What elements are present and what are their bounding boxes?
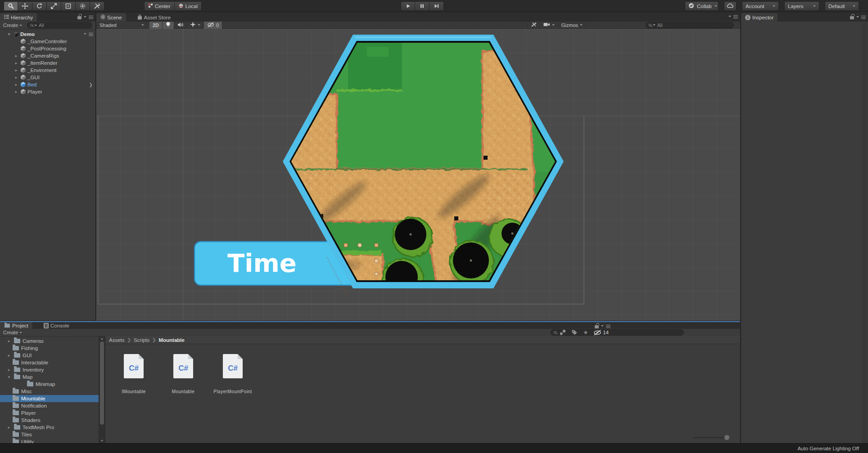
pane-caret-icon[interactable] [601,325,604,328]
folder-row-utility[interactable]: Utility [0,438,99,443]
file-imountable[interactable]: C# IMountable [110,354,158,394]
scene-tools-button[interactable] [527,22,540,29]
folder-row-fishing[interactable]: Fishing [0,345,99,352]
pause-button[interactable] [415,1,429,11]
hierarchy-item-bed[interactable]: Bed ❯ [0,81,95,88]
hierarchy-item-gui[interactable]: _GUI [0,74,95,81]
account-dropdown[interactable]: Account [742,1,779,11]
hierarchy-search-input[interactable]: All [27,22,92,28]
2d-toggle-button[interactable]: 2D [149,22,163,29]
scroll-up-icon[interactable]: ▲ [99,337,105,340]
expand-arrow-icon[interactable] [6,375,12,379]
hierarchy-item-gamecontroller[interactable]: _GameController [0,38,95,45]
project-create-button[interactable]: Create [2,330,23,335]
folder-row-map[interactable]: Map [0,373,99,381]
lighting-toggle-button[interactable] [163,22,174,29]
folder-row-mountable[interactable]: Mountable [0,395,99,402]
folder-row-minimap[interactable]: Minimap [0,381,99,388]
effects-dropdown-button[interactable] [187,22,204,29]
scene-caret-icon[interactable] [84,33,86,36]
lock-icon[interactable] [850,16,854,19]
view-zoom-tool-button[interactable] [4,1,18,11]
expand-arrow-icon[interactable] [14,54,19,58]
folder-row-cameras[interactable]: Cameras [0,337,99,345]
collab-dropdown[interactable]: Collab [685,1,719,11]
expand-arrow-icon[interactable] [14,61,19,65]
pane-menu-icon[interactable] [606,325,610,328]
folder-row-gui[interactable]: GUI [0,352,99,359]
tab-asset-store[interactable]: Asset Store [133,13,175,22]
breadcrumb-scripts[interactable]: Scripts [134,337,149,343]
rotation-mode-button[interactable]: Local [175,1,202,11]
play-button[interactable] [401,1,415,11]
tab-inspector[interactable]: Inspector [741,13,778,22]
folder-row-notification[interactable]: Notification [0,402,99,409]
pane-menu-icon[interactable] [733,15,738,18]
folder-row-textmeshpro[interactable]: TextMesh Pro [0,424,99,431]
hierarchy-item-player[interactable]: Player [0,88,95,95]
inspector-scrollbar[interactable] [862,22,868,443]
breadcrumb-assets[interactable]: Assets [109,337,125,343]
folder-row-misc[interactable]: Misc [0,388,99,395]
layers-dropdown[interactable]: Layers [784,1,819,11]
pivot-mode-button[interactable]: Center [144,1,175,11]
hierarchy-item-postprocessing[interactable]: _PostProcessing [0,45,95,52]
prefab-open-chevron-icon[interactable]: ❯ [89,82,93,87]
folder-row-interactable[interactable]: Interactable [0,359,99,366]
folder-row-inventory[interactable]: Inventory [0,366,99,373]
step-button[interactable] [429,1,444,11]
scale-tool-button[interactable] [47,1,61,11]
folder-row-player[interactable]: Player [0,409,99,417]
hierarchy-item-enviroment[interactable]: _Enviroment [0,67,95,74]
gizmos-dropdown[interactable]: Gizmos [558,22,586,29]
hierarchy-item-itemrender[interactable]: _ItemRender [0,59,95,67]
tab-scene[interactable]: Scene [96,13,126,22]
expand-arrow-icon[interactable] [14,90,19,94]
folder-row-tiles[interactable]: Tiles [0,431,99,438]
slider-knob[interactable] [724,435,729,440]
file-mountable[interactable]: C# Mountable [159,354,207,394]
rotate-tool-button[interactable] [32,1,47,11]
pane-caret-icon[interactable] [84,16,86,19]
search-by-label-icon[interactable] [571,329,578,336]
pane-menu-icon[interactable] [89,16,93,19]
transform-tool-button[interactable] [76,1,90,11]
expand-arrow-icon[interactable] [14,68,19,72]
project-visibility-toggle[interactable]: 14 [593,330,609,336]
layout-dropdown[interactable]: Default [825,1,859,11]
lock-icon[interactable] [595,325,599,328]
folder-tree-scrollbar[interactable]: ▲ ▼ [99,336,105,443]
expand-arrow-icon[interactable] [6,32,12,36]
scene-menu-icon[interactable] [89,33,93,36]
expand-arrow-icon[interactable] [14,82,19,87]
hierarchy-item-camerarigs[interactable]: _CameraRigs [0,52,95,59]
folder-row-shaders[interactable]: Shaders [0,417,99,424]
scrollbar-thumb[interactable] [100,341,104,425]
audio-toggle-button[interactable] [174,22,187,29]
hierarchy-create-button[interactable]: Create [2,22,23,28]
pane-caret-icon[interactable] [856,16,859,19]
expand-arrow-icon[interactable] [14,75,19,80]
rect-tool-button[interactable] [61,1,76,11]
tab-project[interactable]: Project [0,322,32,329]
scene-search-input[interactable]: All [646,22,734,28]
move-tool-button[interactable] [18,1,32,11]
pane-caret-icon[interactable] [728,16,731,18]
scene-camera-dropdown[interactable] [540,22,558,29]
tab-console[interactable]: Console [40,322,73,329]
cloud-button[interactable] [724,1,737,11]
icon-size-slider[interactable] [693,435,729,440]
expand-arrow-icon[interactable] [6,425,12,430]
pane-menu-icon[interactable] [861,16,866,19]
lock-icon[interactable] [77,16,81,19]
expand-arrow-icon[interactable] [6,368,12,372]
effects-caret-icon[interactable] [198,24,200,27]
custom-tools-button[interactable] [90,1,104,11]
shading-mode-dropdown[interactable]: Shaded [96,22,147,29]
scene-canvas[interactable]: Time [96,29,740,321]
scene-visibility-toggle[interactable]: 0 [204,22,222,29]
file-playermountpoint[interactable]: C# PlayerMountPoint [209,354,257,394]
expand-arrow-icon[interactable] [6,339,12,343]
breadcrumb-mountable[interactable]: Mountable [158,337,185,343]
search-by-type-icon[interactable] [560,329,566,336]
